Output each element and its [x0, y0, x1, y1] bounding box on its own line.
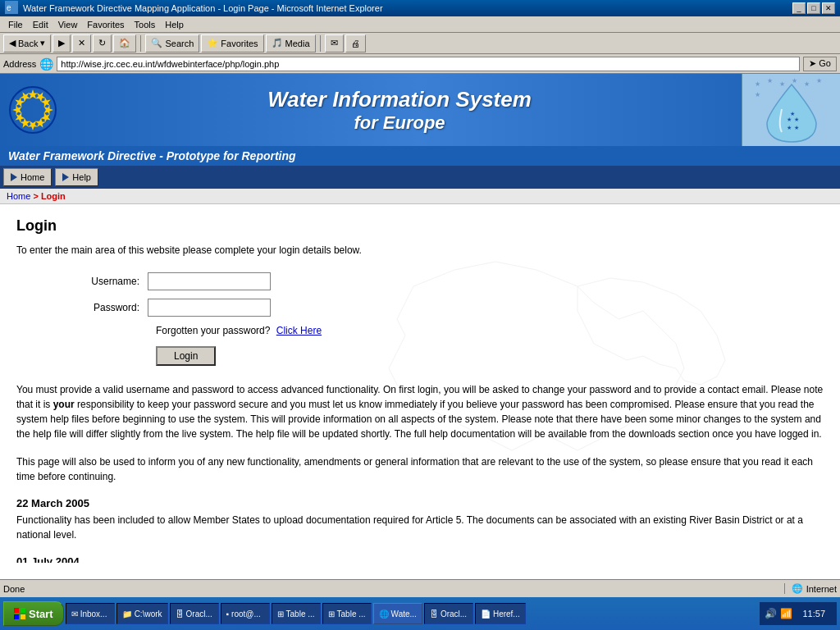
mail-button[interactable]: ✉ [325, 34, 344, 52]
news-date-2: 01 July 2004 [16, 555, 824, 563]
menu-tools[interactable]: Tools [130, 18, 161, 31]
minimize-button[interactable]: _ [792, 2, 806, 14]
menu-view[interactable]: View [53, 18, 83, 31]
menu-file[interactable]: File [3, 18, 28, 31]
home-arrow-icon [11, 173, 17, 181]
site-title-line1: Water Information System [57, 87, 742, 112]
nav-bar: Home Help [0, 166, 840, 189]
svg-text:★: ★ [755, 80, 760, 88]
page-content: Water Information System for Europe ★ ★ … [0, 74, 840, 563]
subtitle-text: Water Framework Directive - Prototype fo… [8, 149, 296, 162]
svg-text:★: ★ [804, 80, 810, 88]
svg-text:★: ★ [779, 80, 785, 88]
svg-text:★: ★ [794, 125, 799, 130]
stop-button[interactable]: ✕ [72, 34, 91, 52]
login-intro-text: To enter the main area of this website p… [16, 244, 824, 256]
username-label: Username: [66, 276, 148, 287]
home-nav-button[interactable]: Home [3, 168, 52, 186]
close-button[interactable]: ✕ [822, 2, 835, 14]
help-nav-button[interactable]: Help [55, 168, 98, 186]
site-title: Water Information System for Europe [57, 87, 742, 134]
svg-marker-6 [44, 105, 54, 115]
svg-text:★: ★ [792, 77, 797, 84]
username-input[interactable] [148, 272, 271, 290]
title-bar-text: Water Framework Directive Mapping Applic… [23, 3, 383, 13]
print-button[interactable]: 🖨 [345, 34, 366, 52]
login-button-row: Login [156, 346, 394, 366]
maximize-button[interactable]: □ [807, 2, 820, 14]
svg-text:★: ★ [755, 91, 760, 98]
menu-favorites[interactable]: Favorites [82, 18, 129, 31]
site-title-line2: for Europe [57, 112, 742, 134]
password-row: Password: [66, 299, 394, 317]
media-button[interactable]: 🎵 Media [266, 34, 316, 52]
address-bar: Address 🌐 ➤ Go [0, 54, 840, 74]
breadcrumb-home[interactable]: Home [7, 191, 30, 201]
breadcrumb-separator: > [33, 191, 40, 201]
login-button[interactable]: Login [156, 346, 216, 366]
go-button[interactable]: ➤ Go [803, 57, 837, 71]
main-content: Login To enter the main area of this web… [0, 204, 840, 563]
menu-bar: File Edit View Favorites Tools Help [0, 16, 840, 33]
help-arrow-icon [62, 173, 69, 181]
menu-edit[interactable]: Edit [28, 18, 53, 31]
news-date-1: 22 March 2005 [16, 497, 824, 509]
svg-marker-9 [28, 121, 38, 131]
login-form: Username: Password: Forgotten your passw… [66, 272, 394, 366]
forgot-link[interactable]: Click Here [276, 325, 322, 336]
svg-marker-3 [28, 89, 38, 99]
menu-help[interactable]: Help [160, 18, 189, 31]
forward-button[interactable]: ▶ [52, 34, 71, 52]
breadcrumb: Home > Login [0, 189, 840, 204]
svg-text:★: ★ [767, 77, 773, 84]
home-button[interactable]: 🏠 [113, 34, 136, 52]
search-button[interactable]: 🔍 Search [145, 34, 199, 52]
refresh-button[interactable]: ↻ [93, 34, 112, 52]
svg-text:★: ★ [794, 116, 799, 122]
svg-text:e: e [7, 3, 11, 12]
password-input[interactable] [148, 299, 271, 317]
forgot-text: Forgotten your password? [156, 325, 270, 336]
toolbar: ◀ Back ▾ ▶ ✕ ↻ 🏠 🔍 Search ⭐ Favorites 🎵 … [0, 33, 840, 54]
forgot-password-row: Forgotten your password? Click Here [156, 325, 394, 336]
page-title: Login [16, 217, 824, 235]
title-bar: e Water Framework Directive Mapping Appl… [0, 0, 840, 16]
header-logo: ★ ★ ★ ★ ★ ★ ★ ★ ★ ★ ★ ★ [742, 74, 840, 146]
svg-marker-12 [12, 105, 22, 115]
title-bar-icon: e [5, 1, 18, 16]
back-button[interactable]: ◀ Back ▾ [3, 34, 51, 52]
info-paragraph-1: You must provide a valid username and pa… [16, 382, 824, 441]
news-paragraph-1: Functionality has been included to allow… [16, 513, 824, 542]
info-paragraph-2: This page will also be used to inform yo… [16, 454, 824, 484]
water-drop-logo: ★ ★ ★ ★ ★ ★ ★ ★ ★ ★ ★ ★ [751, 76, 833, 144]
svg-text:★: ★ [790, 111, 795, 116]
eu-logo [8, 85, 57, 135]
svg-text:★: ★ [787, 125, 792, 130]
username-row: Username: [66, 272, 394, 290]
site-header: Water Information System for Europe ★ ★ … [0, 74, 840, 146]
breadcrumb-current: Login [41, 191, 66, 201]
svg-text:★: ★ [816, 77, 822, 84]
svg-text:★: ★ [787, 116, 792, 122]
password-label: Password: [66, 302, 148, 313]
address-label: Address [3, 59, 36, 69]
address-input[interactable] [57, 57, 800, 71]
subtitle-bar: Water Framework Directive - Prototype fo… [0, 146, 840, 166]
favorites-button[interactable]: ⭐ Favorites [201, 34, 263, 52]
